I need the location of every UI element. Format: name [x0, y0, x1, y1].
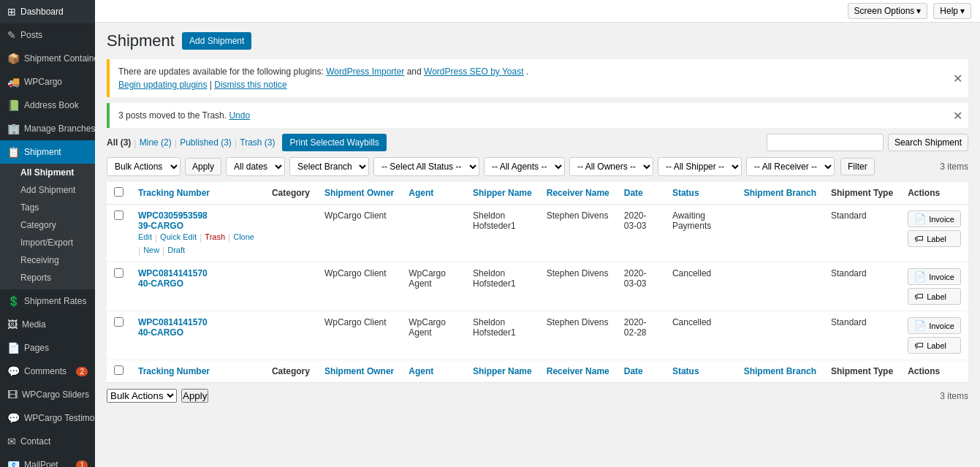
shipper-header[interactable]: Shipper Name: [466, 182, 539, 205]
row2-tracking-link[interactable]: WPC081414157040-CARGO: [138, 268, 257, 289]
search-button[interactable]: Search Shipment: [888, 134, 968, 151]
row1-trash[interactable]: Trash: [205, 232, 225, 243]
sidebar-item-comments[interactable]: 💬 Comments 2: [0, 360, 95, 383]
row1-quick-edit[interactable]: Quick Edit: [160, 232, 197, 243]
row1-invoice-button[interactable]: 📄 Invoice: [908, 210, 961, 227]
row3-invoice-button[interactable]: 📄 Invoice: [908, 317, 961, 334]
address-book-icon: 📗: [7, 99, 20, 111]
row2-type: Standard: [824, 262, 900, 311]
row1-date: 2020-03-03: [617, 205, 665, 262]
shipper-select[interactable]: -- All Shipper --: [658, 157, 742, 176]
sidebar-item-shipment-rates[interactable]: 💲 Shipment Rates: [0, 289, 95, 313]
sidebar-item-mailpoet[interactable]: 📧 MailPoet 1: [0, 453, 95, 467]
branch-header[interactable]: Shipment Branch: [737, 182, 824, 205]
row2-status: Cancelled: [665, 262, 737, 311]
search-input[interactable]: [767, 134, 884, 151]
sidebar-item-pages[interactable]: 📄 Pages: [0, 336, 95, 360]
apply-bottom-button[interactable]: Apply: [181, 389, 208, 403]
branch-select[interactable]: Select Branch: [289, 157, 369, 176]
yoast-link[interactable]: WordPress SEO by Yoast: [424, 67, 524, 77]
row1-checkbox-cell: [107, 205, 131, 262]
begin-updating-link[interactable]: Begin updating plugins: [118, 80, 207, 90]
row1-draft[interactable]: Draft: [167, 246, 185, 256]
owners-select[interactable]: -- All Owners --: [569, 157, 653, 176]
trash-notice-close-button[interactable]: ✕: [953, 109, 962, 123]
undo-link[interactable]: Undo: [229, 110, 250, 121]
row1-checkbox[interactable]: [114, 210, 124, 220]
help-button[interactable]: Help ▾: [933, 3, 971, 19]
row2-label-button[interactable]: 🏷 Label: [908, 288, 961, 305]
filter-tab-all[interactable]: All (3): [107, 137, 131, 148]
sidebar-sub-all-shipment[interactable]: All Shipment: [0, 164, 95, 181]
filter-tab-published[interactable]: Published (3): [180, 137, 232, 148]
footer-status-header[interactable]: Status: [665, 360, 737, 383]
bulk-actions-select-bottom[interactable]: Bulk Actions: [107, 389, 177, 403]
sidebar-sub-reports[interactable]: Reports: [0, 269, 95, 286]
status-select[interactable]: -- Select All Status --: [373, 157, 479, 176]
print-waybills-button[interactable]: Print Selected Waybills: [282, 134, 386, 151]
filter-button[interactable]: Filter: [840, 158, 875, 175]
tracking-header[interactable]: Tracking Number: [131, 182, 265, 205]
footer-date-header[interactable]: Date: [617, 360, 665, 383]
sidebar-item-shipment[interactable]: 📋 Shipment: [0, 140, 95, 164]
bottom-toolbar: Bulk Actions Apply 3 items: [107, 389, 968, 403]
sidebar-item-wpcargo-testimonials[interactable]: 💬 WPCargo Testimonials: [0, 406, 95, 430]
footer-owner-header[interactable]: Shipment Owner: [317, 360, 401, 383]
dates-select[interactable]: All dates: [226, 157, 285, 176]
sidebar-item-shipment-container[interactable]: 📦 Shipment Container: [0, 47, 95, 70]
screen-options-button[interactable]: Screen Options ▾: [848, 3, 928, 19]
row3-label-button[interactable]: 🏷 Label: [908, 337, 961, 354]
sidebar-item-address-book[interactable]: 📗 Address Book: [0, 94, 95, 117]
sidebar-item-wpcargo[interactable]: 🚚 WPCargo: [0, 70, 95, 94]
sidebar-item-posts[interactable]: ✎ Posts: [0, 23, 95, 47]
row1-new[interactable]: New: [143, 246, 159, 256]
sidebar-item-contact[interactable]: ✉ Contact: [0, 430, 95, 453]
receiver-header[interactable]: Receiver Name: [539, 182, 617, 205]
agents-select[interactable]: -- All Agents --: [484, 157, 565, 176]
sidebar-sub-tags[interactable]: Tags: [0, 199, 95, 216]
owner-header[interactable]: Shipment Owner: [317, 182, 401, 205]
row2-invoice-button[interactable]: 📄 Invoice: [908, 268, 961, 285]
status-header[interactable]: Status: [665, 182, 737, 205]
row3-type: Standard: [824, 311, 900, 360]
sidebar-sub-add-shipment[interactable]: Add Shipment: [0, 181, 95, 199]
sidebar-item-media[interactable]: 🖼 Media: [0, 313, 95, 336]
row3-tracking-link[interactable]: WPC081414157040-CARGO: [138, 317, 257, 338]
date-header[interactable]: Date: [617, 182, 665, 205]
row2-checkbox[interactable]: [114, 268, 124, 278]
sidebar-sub-receiving[interactable]: Receiving: [0, 251, 95, 269]
footer-agent-header[interactable]: Agent: [401, 360, 466, 383]
footer-shipper-header[interactable]: Shipper Name: [466, 360, 539, 383]
row1-tracking-link[interactable]: WPC030595359839-CARGO: [138, 210, 257, 231]
receiver-select[interactable]: -- All Receiver --: [746, 157, 835, 176]
footer-tracking-header[interactable]: Tracking Number: [131, 360, 265, 383]
filter-tab-mine[interactable]: Mine (2): [140, 137, 172, 148]
sidebar-item-manage-branches[interactable]: 🏢 Manage Branches: [0, 117, 95, 140]
sidebar-item-wpcargo-sliders[interactable]: 🎞 WPCargo Sliders: [0, 383, 95, 406]
add-shipment-button[interactable]: Add Shipment: [182, 32, 251, 50]
table-footer-header-row: Tracking Number Category Shipment Owner …: [107, 360, 968, 383]
page-title: Shipment: [107, 31, 175, 50]
row1-label-button[interactable]: 🏷 Label: [908, 230, 961, 247]
pages-icon: 📄: [7, 342, 20, 354]
wordpress-importer-link[interactable]: WordPress Importer: [326, 67, 404, 77]
row3-checkbox[interactable]: [114, 317, 124, 327]
sidebar-sub-import-export[interactable]: Import/Export: [0, 234, 95, 251]
row1-edit[interactable]: Edit: [138, 232, 152, 243]
footer-branch-header[interactable]: Shipment Branch: [737, 360, 824, 383]
row1-clone[interactable]: Clone: [233, 232, 254, 243]
apply-top-button[interactable]: Apply: [185, 158, 221, 175]
plugin-notice-close-button[interactable]: ✕: [953, 72, 962, 86]
bulk-actions-select-top[interactable]: Bulk Actions: [107, 157, 181, 176]
dismiss-notice-link[interactable]: Dismiss this notice: [214, 80, 286, 90]
filter-tab-trash[interactable]: Trash (3): [240, 137, 275, 148]
sidebar-sub-category[interactable]: Category: [0, 216, 95, 234]
row3-actions-col: 📄 Invoice 🏷 Label: [900, 311, 968, 360]
sidebar-item-dashboard[interactable]: ⊞ Dashboard: [0, 0, 95, 23]
dashboard-icon: ⊞: [7, 6, 16, 18]
agent-header[interactable]: Agent: [401, 182, 466, 205]
row1-actions-col: 📄 Invoice 🏷 Label: [900, 205, 968, 262]
footer-receiver-header[interactable]: Receiver Name: [539, 360, 617, 383]
footer-select-all-checkbox[interactable]: [114, 365, 124, 375]
select-all-checkbox[interactable]: [114, 187, 124, 197]
